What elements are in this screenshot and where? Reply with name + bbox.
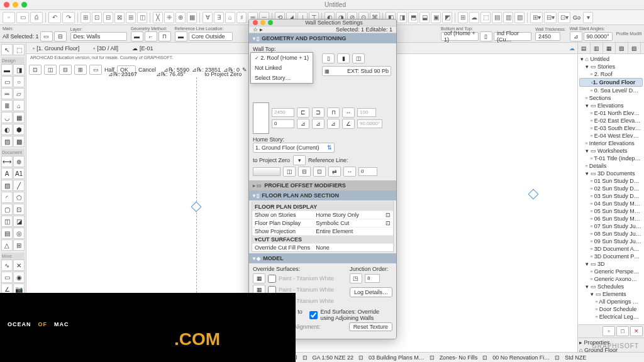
- nav-tab-icon[interactable]: ▦: [603, 43, 616, 53]
- detail-tool[interactable]: ◎: [13, 228, 25, 239]
- status-item[interactable]: Zones- No Fills: [440, 354, 478, 361]
- icon[interactable]: ⊐: [312, 107, 325, 118]
- table-row[interactable]: Show ProjectionEntire Element: [252, 227, 393, 235]
- nav-action-icon[interactable]: ✕: [630, 326, 643, 336]
- door-tool[interactable]: ◨: [13, 64, 25, 75]
- marquee-tool[interactable]: ⬚: [13, 44, 25, 55]
- nav-action-icon[interactable]: □: [616, 326, 629, 336]
- table-row[interactable]: Override Cut Fill PensNone: [252, 243, 393, 251]
- tree-item[interactable]: ▫ 01 Sun Study Dec 22: [579, 177, 643, 185]
- icon[interactable]: ▯: [480, 31, 492, 41]
- intelev-tool[interactable]: ◪: [13, 216, 25, 227]
- tree-item[interactable]: ▫ 3D Document Perspe: [579, 253, 643, 260]
- status-item[interactable]: Std NZE: [565, 354, 586, 361]
- nav-action-icon[interactable]: ▫: [602, 326, 615, 336]
- save-button[interactable]: ⎙: [30, 12, 43, 23]
- tree-item[interactable]: ▫ 06 Sun Study Mar / S: [579, 215, 643, 222]
- text-tool[interactable]: A: [1, 168, 13, 179]
- tree-item[interactable]: ▫ 09 Sun Study Jun 22: [579, 238, 643, 245]
- tree-item[interactable]: ▫ 04 Sun Study Mar / S: [579, 200, 643, 207]
- section-profile[interactable]: ▸ ▭ PROFILE OFFSET MODIFIERS: [249, 180, 396, 190]
- nav-tab-icon[interactable]: ▧: [616, 43, 628, 53]
- icon[interactable]: ⊟: [54, 31, 67, 41]
- line-tool[interactable]: ╱: [13, 180, 25, 191]
- tree-item[interactable]: ▫ 3D Document Aerial: [579, 245, 643, 253]
- dialog-min-icon[interactable]: [260, 20, 265, 25]
- label-tool[interactable]: A1: [13, 168, 25, 179]
- tree-schedules[interactable]: ▾ ▭ Schedules: [579, 283, 643, 290]
- surf-icon[interactable]: ▦: [253, 273, 265, 283]
- tool-icon[interactable]: ∃: [214, 12, 224, 23]
- icon[interactable]: ⊏: [297, 107, 309, 118]
- tree-3ddocs[interactable]: ▾ ▭ 3D Documents: [579, 170, 643, 177]
- window-tool[interactable]: ▭: [1, 76, 13, 87]
- tool-icon[interactable]: ◫: [137, 12, 147, 23]
- endsurf-check[interactable]: [309, 311, 318, 319]
- icon[interactable]: ∠: [342, 119, 355, 129]
- nav-tab-icon[interactable]: ▥: [591, 43, 603, 53]
- zone-tool[interactable]: ▨: [1, 136, 13, 147]
- tree-item[interactable]: ▫ 0. Sea Level/ Datum: [579, 87, 643, 94]
- drawing-tool[interactable]: ▢: [1, 204, 13, 215]
- table-row[interactable]: Show on StoriesHome Story Only⊡: [252, 211, 393, 219]
- redo-button[interactable]: ↷: [62, 12, 75, 23]
- tool-icon[interactable]: ⊕: [175, 12, 186, 23]
- tree-item[interactable]: ▫ 2. Roof: [579, 70, 643, 78]
- tool-icon[interactable]: ⊡▾: [558, 12, 570, 23]
- tool-icon[interactable]: ▤: [492, 12, 502, 23]
- tool-icon[interactable]: ∀: [203, 12, 213, 23]
- stair-tool[interactable]: ≣: [1, 100, 13, 111]
- dim-tool[interactable]: ⟷: [1, 156, 13, 167]
- layer-select[interactable]: Des: Walls: [70, 32, 127, 41]
- tree-item[interactable]: ▫ 08 Sun Study Jun 22: [579, 230, 643, 238]
- slant-input[interactable]: 90.0000°: [584, 32, 613, 41]
- tree-item[interactable]: ▫ Generic Axonometry: [579, 275, 643, 283]
- tool-icon[interactable]: ⌂: [225, 12, 235, 23]
- tool-icon[interactable]: ⊟: [103, 12, 113, 23]
- struct-icon[interactable]: ▮: [337, 53, 350, 63]
- tree-worksheets[interactable]: ▾ ▭ Worksheets: [579, 147, 643, 155]
- walltop-dropdown[interactable]: 2. Roof (Home + 1) Not Linked Select Sto…: [250, 52, 313, 84]
- icon[interactable]: ◫: [283, 167, 296, 177]
- section-tool[interactable]: ⊡: [13, 204, 25, 215]
- tool-icon[interactable]: ⊞: [458, 12, 468, 23]
- hotspot-tool[interactable]: ✕: [13, 260, 25, 271]
- change-tool[interactable]: △: [1, 239, 13, 251]
- tool-icon[interactable]: ⊠: [114, 12, 125, 23]
- homestory-select[interactable]: 1. Ground Floor (Current)⇅: [253, 143, 335, 153]
- tool-icon[interactable]: ◩: [442, 12, 452, 23]
- tree-elevations[interactable]: ▾ ▭ Elevations: [579, 102, 643, 109]
- shell-tool[interactable]: ◡: [1, 112, 13, 123]
- tree-item[interactable]: ▫ 02 Sun Study Dec 22: [579, 185, 643, 192]
- go-dropdown[interactable]: ▾: [583, 12, 593, 23]
- tree-sections[interactable]: ▫ Sections: [579, 94, 643, 102]
- icon[interactable]: ⊓: [327, 107, 340, 118]
- icon[interactable]: ↔: [343, 167, 356, 177]
- refline-select[interactable]: Core Outside: [189, 32, 233, 41]
- radial-tool[interactable]: ◉: [13, 272, 25, 283]
- ref-input[interactable]: 0: [358, 167, 377, 176]
- tree-item[interactable]: ▫ Generic Perspective: [579, 268, 643, 275]
- tab-elevation[interactable]: ☁ [E-01: [128, 44, 157, 53]
- icon[interactable]: ⊿: [327, 119, 340, 129]
- icon[interactable]: ⊿: [297, 119, 309, 129]
- status-item[interactable]: GA 1:50 NZE 22: [313, 354, 354, 361]
- slant-icon[interactable]: ⊿: [570, 31, 582, 41]
- favorite-icon[interactable]: ☆ ▸: [253, 26, 263, 33]
- status-item[interactable]: 03 Building Plans M…: [369, 354, 425, 361]
- bottom-select[interactable]: ind Floor (Cu…: [494, 32, 531, 41]
- figure-tool[interactable]: ▭: [1, 272, 13, 283]
- tool-icon[interactable]: ⁜: [164, 12, 174, 23]
- tool-icon[interactable]: ▥: [503, 12, 513, 23]
- tree-item[interactable]: ▫ 03 Sun Study Dec 22: [579, 192, 643, 200]
- section-model[interactable]: ▾ ◈ MODEL: [249, 253, 396, 263]
- icon[interactable]: ▭: [40, 31, 53, 41]
- tree-intelev[interactable]: ▫ Interior Elevations: [579, 140, 643, 147]
- object-tool[interactable]: ⬢: [13, 124, 25, 135]
- tool-icon[interactable]: ⬒: [408, 12, 418, 23]
- tool-icon[interactable]: ⊞: [126, 12, 136, 23]
- tree-details[interactable]: ▫ Details: [579, 162, 643, 170]
- junction-input[interactable]: 8: [365, 274, 380, 283]
- tree-item[interactable]: ▫ Door Schedule: [579, 305, 643, 313]
- tool-icon[interactable]: ⊞▾: [530, 12, 543, 23]
